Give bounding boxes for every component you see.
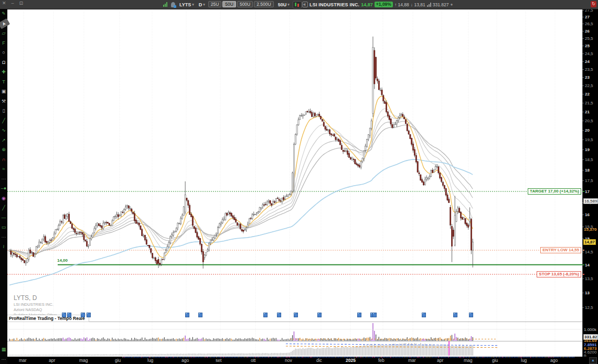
magnet-icon[interactable]: ∩: [1, 155, 7, 165]
earnings-flag-icon[interactable]: [67, 313, 71, 317]
price-tick: 25: [585, 44, 590, 48]
earnings-flag-icon[interactable]: [185, 313, 189, 317]
connection-signal-icon: [163, 2, 167, 7]
rectangle-tool-icon[interactable]: ▭: [1, 222, 7, 232]
chart-settings-icon[interactable]: ▦: [1, 345, 7, 355]
duplicate-icon[interactable]: ▣: [1, 87, 7, 97]
earnings-flag-icon[interactable]: [357, 313, 361, 317]
axis-value-badge: 15,370: [583, 227, 597, 232]
draw-pencil-icon[interactable]: ✎: [1, 9, 7, 19]
slider-tool-icon[interactable]: –●: [1, 184, 7, 194]
price-tick: 20,5: [585, 119, 593, 123]
price-axis[interactable]: 27,52726,52625,52524,52423,52322,52221,5…: [582, 9, 598, 357]
change-percent-badge: +1,09%: [375, 2, 393, 7]
chart-canvas[interactable]: [7, 9, 582, 357]
earnings-flag-icon[interactable]: [62, 313, 66, 317]
month-label-ago: ago: [181, 358, 189, 363]
earnings-flag-icon[interactable]: [372, 313, 377, 317]
price-tick: 12,5: [585, 305, 593, 310]
chart-title: LYTS, D: [14, 294, 57, 302]
entry-level-label[interactable]: ENTRY LOW 14,55: [540, 247, 581, 253]
prorealtime-window: { "window": { "controls": [ {"name": "cl…: [0, 0, 598, 364]
trend-arrow-icon[interactable]: ↗: [1, 135, 7, 145]
elliott-wave-icon[interactable]: ≈: [1, 164, 7, 174]
price-tick: 26,5: [585, 22, 593, 26]
earnings-flag-icon[interactable]: [422, 313, 426, 317]
chart-type-icon[interactable]: [293, 1, 302, 8]
earnings-flag-icon[interactable]: [198, 313, 202, 317]
alert-bell-icon[interactable]: Ω: [1, 58, 7, 68]
segment-icon[interactable]: ╱: [1, 203, 7, 213]
minimize-window-icon[interactable]: –: [12, 1, 14, 6]
support-line-label[interactable]: 14,00: [57, 258, 68, 263]
price-tick: 22: [585, 92, 590, 97]
chevron-down-icon: ▾: [203, 3, 205, 7]
earnings-flag-icon[interactable]: [263, 313, 268, 317]
price-tick: 14,5: [585, 250, 593, 254]
bars-count-dropdown[interactable]: 50U ▾: [276, 1, 291, 8]
zoom-button-500u[interactable]: 500U: [237, 1, 253, 7]
chart-settings-cluster: LYTS ▾ D ▾ 25U50U500U2.500U 50U ▾ ▾: [163, 0, 305, 9]
close-window-icon[interactable]: ✕: [2, 1, 6, 6]
top-toolbar: ✕–⊡ LYTS ▾ D ▾ 25U50U500U2.500U 50U ▾ ▾ …: [0, 0, 598, 9]
earnings-flag-icon[interactable]: [87, 313, 91, 317]
zoom-lens-icon[interactable]: ○: [1, 48, 7, 58]
dots-separator2-icon[interactable]: ⋯: [1, 232, 7, 242]
platform-watermark: ProRealTime Trading - Tempo Reale: [7, 315, 89, 322]
support-level-axis-tick: [583, 264, 584, 265]
restore-window-icon[interactable]: ⊡: [19, 1, 24, 6]
chevron-down-icon: ▾: [192, 3, 194, 7]
bars-count-label: 50U: [278, 2, 287, 7]
color-wheel-icon[interactable]: ◉: [1, 194, 7, 204]
price-tick: 23: [585, 75, 590, 80]
instrument-market: Azioni NASDAQ: [14, 307, 57, 312]
month-label-ago: ago: [550, 358, 558, 363]
ruler-icon[interactable]: ▱: [1, 28, 7, 38]
month-label-ott: ott: [251, 358, 255, 363]
month-label-lug: lug: [521, 358, 527, 363]
more-tools-icon[interactable]: ⋯: [1, 355, 7, 364]
month-label-lug: lug: [147, 358, 153, 363]
month-label-giu: giu: [115, 358, 121, 363]
earnings-flag-icon[interactable]: [277, 313, 281, 317]
tools-icon[interactable]: ⚒: [1, 97, 7, 106]
dots-separator-icon[interactable]: ⋯: [1, 174, 7, 184]
month-label-set: set: [216, 358, 221, 363]
month-label-dic: dic: [316, 358, 322, 363]
earnings-flag-icon[interactable]: [317, 313, 322, 317]
zoom-button-50u[interactable]: 50U: [222, 1, 236, 7]
day-low: 13,81: [414, 2, 425, 7]
price-tick: 18: [585, 168, 590, 173]
price-tick: 13,5: [585, 276, 593, 281]
month-label-mag: mag: [464, 358, 473, 363]
emergency-close-icon[interactable]: ↻: [591, 1, 596, 7]
horizontal-segment-icon[interactable]: —: [1, 213, 7, 223]
polyline-icon[interactable]: ∿: [1, 125, 7, 135]
curve-tool-icon[interactable]: ≀: [1, 242, 7, 252]
zoom-button-25u[interactable]: 25U: [208, 1, 222, 7]
timeframe-dropdown[interactable]: D ▾: [197, 1, 207, 8]
text-tool-icon[interactable]: T: [1, 77, 7, 87]
pan-move-icon[interactable]: ✚: [1, 67, 7, 77]
zoom-button-2500u[interactable]: 2.500U: [254, 1, 273, 7]
stop-level-label[interactable]: STOP 13,65 (-8,20%): [537, 271, 581, 277]
target-level-label[interactable]: TARGET 17,00 (+14,32%): [528, 188, 581, 195]
earnings-flag-icon[interactable]: [294, 313, 298, 317]
price-tick: 20: [585, 128, 590, 133]
scroll-to-latest-icon[interactable]: ▲: [589, 357, 597, 364]
trendline-icon[interactable]: ╱: [1, 116, 7, 126]
info-icon[interactable]: i: [302, 2, 308, 7]
price-tick: 13: [585, 291, 590, 295]
earnings-flag-icon[interactable]: [81, 313, 85, 317]
trash-icon[interactable]: ▯: [1, 106, 7, 116]
fibonacci-icon[interactable]: F: [1, 38, 7, 48]
symbol-dropdown[interactable]: LYTS ▾: [178, 1, 196, 8]
price-tick: 18,5: [585, 157, 593, 162]
month-label-apr: apr: [49, 358, 55, 363]
pitchfork-icon[interactable]: ⊕: [1, 145, 7, 155]
earnings-flag-icon[interactable]: [469, 313, 473, 317]
earnings-flag-icon[interactable]: [453, 313, 457, 317]
price-tick: 21,5: [585, 101, 593, 105]
time-axis[interactable]: ▲ maraprmaggiulugagosetottnovdic2025febm…: [0, 357, 598, 364]
month-label-nov: nov: [285, 358, 292, 363]
